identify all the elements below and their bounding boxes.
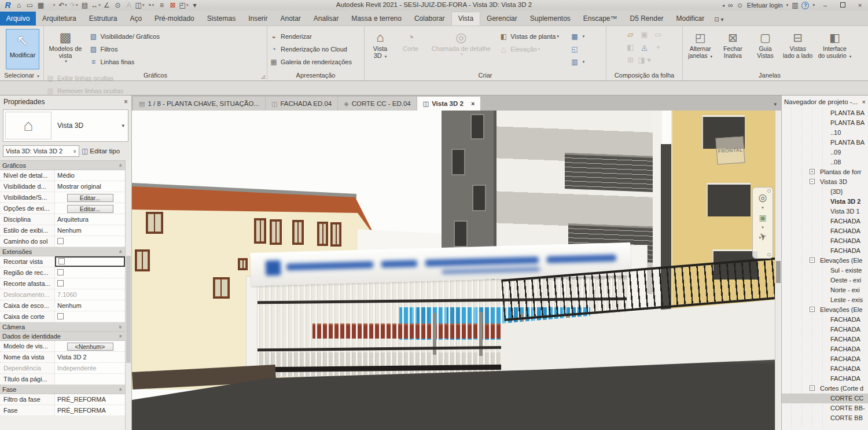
guia-vistas-button[interactable]: ▢GuiaVistas bbox=[749, 28, 781, 69]
property-value[interactable]: Editar... bbox=[55, 192, 125, 203]
browser-item-leste-exis[interactable]: Leste - exis bbox=[782, 295, 868, 305]
view-tab-corte-cc-ed-04[interactable]: ◈CORTE CC - ED.04 bbox=[338, 97, 417, 111]
property-value[interactable]: Nenhum bbox=[55, 300, 125, 311]
collapse-section-icon[interactable]: » bbox=[117, 388, 123, 391]
close-button[interactable]: × bbox=[853, 2, 867, 9]
browser-item-eleva-es-ele[interactable]: −Elevações (Ele bbox=[782, 305, 868, 315]
section-header-extens-es[interactable]: Extensões» bbox=[0, 247, 125, 256]
render-button[interactable]: ◒Renderizar bbox=[269, 31, 361, 42]
property-value[interactable]: 7.1060 bbox=[55, 289, 125, 300]
collapse-section-icon[interactable]: » bbox=[117, 335, 123, 337]
checkbox[interactable] bbox=[58, 258, 65, 264]
properties-scrollbar[interactable] bbox=[125, 160, 131, 430]
expand-section-icon[interactable]: » bbox=[117, 325, 123, 328]
checkbox[interactable] bbox=[57, 269, 64, 275]
ribbon-display-toggle[interactable]: ⊡ ▾ bbox=[714, 16, 723, 25]
browser-item-oeste-exi[interactable]: Oeste - exi bbox=[782, 275, 868, 285]
property-value[interactable]: Mostrar original bbox=[55, 181, 125, 192]
browser-item-norte-exi[interactable]: Norte - exi bbox=[782, 285, 868, 295]
scrollbar-thumb[interactable] bbox=[776, 261, 781, 283]
value-button[interactable]: Editar... bbox=[67, 194, 113, 202]
login-button[interactable]: Efetuar login bbox=[747, 2, 783, 9]
steering-wheel-icon[interactable]: ◎ bbox=[759, 192, 767, 204]
browser-item-vista-3d-2[interactable]: Vista 3D 2 bbox=[782, 197, 868, 207]
view-tab-1-8-planta-chave-situa-o[interactable]: ▤1 / 8 - PLANTA CHAVE, SITUAÇÃO... bbox=[133, 97, 265, 111]
ribbon-tab-colaborar[interactable]: Colaborar bbox=[408, 12, 451, 25]
new-sheet-icon[interactable]: ▱ bbox=[624, 30, 638, 43]
browser-item-fachada[interactable]: FACHADA bbox=[782, 335, 868, 344]
ribbon-tab-pr-moldado[interactable]: Pré-moldado bbox=[148, 12, 201, 25]
chevron-down-icon[interactable]: ▾ bbox=[762, 225, 764, 230]
section-header-dados-de-identidade[interactable]: Dados de identidade» bbox=[0, 332, 125, 341]
browser-item-corte-bb[interactable]: CORTE BB- bbox=[782, 403, 868, 413]
chevron-down-icon[interactable]: ▾ bbox=[122, 123, 124, 128]
collapse-arrow-icon[interactable]: ◂ bbox=[722, 3, 724, 8]
ribbon-tab-analisar[interactable]: Analisar bbox=[307, 12, 345, 25]
section-header-c-mera[interactable]: Câmera» bbox=[0, 322, 125, 332]
ribbon-tab-anotar[interactable]: Anotar bbox=[274, 12, 307, 25]
search-icon[interactable]: ∞ bbox=[728, 1, 733, 9]
modify-button[interactable]: ↖ Modificar bbox=[6, 29, 39, 69]
property-value[interactable] bbox=[55, 267, 125, 278]
collapse-section-icon[interactable]: » bbox=[117, 250, 123, 253]
ribbon-tab-arquitetura[interactable]: Arquitetura bbox=[36, 12, 83, 25]
browser-item-sul-existe[interactable]: Sul - existe bbox=[782, 266, 868, 275]
file-menu-tab[interactable]: Arquivo bbox=[0, 12, 36, 25]
value-button[interactable]: <Nenhum> bbox=[67, 343, 113, 351]
browser-item-fachada[interactable]: FACHADA bbox=[782, 246, 868, 256]
ribbon-tab-massa-e-terreno[interactable]: Massa e terreno bbox=[345, 12, 408, 25]
property-value[interactable] bbox=[55, 236, 125, 247]
section-header-fase[interactable]: Fase» bbox=[0, 385, 125, 394]
section-header-gr-ficos[interactable]: Gráficos» bbox=[0, 161, 125, 170]
viewport-scrollbar[interactable] bbox=[775, 111, 781, 430]
pan-icon[interactable]: ✈ bbox=[757, 230, 768, 244]
browser-item-fachada[interactable]: FACHADA bbox=[782, 364, 868, 374]
scrollbar-thumb[interactable] bbox=[126, 256, 131, 363]
ribbon-tab-sistemas[interactable]: Sistemas bbox=[201, 12, 242, 25]
ribbon-tab-inserir[interactable]: Inserir bbox=[242, 12, 274, 25]
ribbon-tab-d5-render[interactable]: D5 Render bbox=[624, 12, 670, 25]
collapse-section-icon[interactable]: » bbox=[117, 164, 123, 167]
ribbon-tab-a-o[interactable]: Aço bbox=[123, 12, 148, 25]
browser-item-fachada[interactable]: FACHADA bbox=[782, 325, 868, 335]
chevron-down-icon[interactable]: ▾ bbox=[762, 205, 764, 210]
browser-item-08[interactable]: ..08 bbox=[782, 157, 868, 167]
ribbon-tab-vista[interactable]: Vista bbox=[451, 12, 480, 25]
browser-item-vistas-3d[interactable]: −Vistas 3D bbox=[782, 177, 868, 187]
value-button[interactable]: Editar... bbox=[67, 205, 113, 213]
view-tab-fachada-ed-04[interactable]: ◫FACHADA ED.04 bbox=[266, 97, 337, 111]
property-value[interactable]: Médio bbox=[55, 170, 125, 181]
browser-item-09[interactable]: ..09 bbox=[782, 148, 868, 157]
collapse-icon[interactable]: − bbox=[810, 258, 815, 263]
dropdown-caret[interactable]: ▾ bbox=[583, 34, 585, 39]
browser-item-10[interactable]: ..10 bbox=[782, 128, 868, 138]
maximize-button[interactable] bbox=[836, 2, 849, 9]
property-value[interactable]: Nenhum bbox=[55, 225, 125, 236]
browser-item-fachada[interactable]: FACHADA bbox=[782, 236, 868, 246]
property-value[interactable] bbox=[55, 256, 125, 267]
ribbon-tab-gerenciar[interactable]: Gerenciar bbox=[480, 12, 524, 25]
property-value[interactable] bbox=[55, 311, 125, 322]
login-caret-icon[interactable]: ▾ bbox=[786, 3, 789, 8]
app-store-icon[interactable]: ▥ bbox=[792, 1, 798, 9]
zoom-region-icon[interactable]: ▣ bbox=[759, 212, 766, 223]
render-gallery-button[interactable]: ▦Galeria de renderizações bbox=[269, 56, 361, 68]
browser-item-fachada[interactable]: FACHADA bbox=[782, 344, 868, 354]
vistas-lado-a-lado-button[interactable]: ⊟Vistaslado a lado bbox=[782, 28, 814, 69]
browser-item-planta-ba[interactable]: PLANTA BA bbox=[782, 138, 868, 148]
help-icon[interactable]: ? bbox=[801, 2, 809, 9]
property-value[interactable]: PRÉ_REFORMA bbox=[55, 405, 125, 416]
property-value[interactable] bbox=[55, 374, 125, 384]
ribbon-tab-estrutura[interactable]: Estrutura bbox=[83, 12, 124, 25]
browser-item-vista-3d-1[interactable]: Vista 3D 1 bbox=[782, 207, 868, 216]
property-value[interactable]: Vista 3D 2 bbox=[55, 352, 125, 362]
ribbon-tab-enscape[interactable]: Enscape™ bbox=[577, 12, 624, 25]
help-caret-icon[interactable]: ▾ bbox=[812, 3, 815, 8]
scope-box-button[interactable]: ◱ bbox=[569, 43, 582, 55]
fechar-inativa-button[interactable]: ⊠FecharInativa bbox=[716, 28, 749, 69]
property-value[interactable]: Editar... bbox=[55, 203, 125, 214]
guide-grid-icon[interactable]: ◬ bbox=[638, 43, 652, 56]
panel-label-selecionar[interactable]: Selecionar ▾ bbox=[0, 72, 43, 80]
browser-item-3d[interactable]: {3D} bbox=[782, 187, 868, 197]
thin-lines-button[interactable]: ≡Linhas finas bbox=[88, 56, 176, 68]
